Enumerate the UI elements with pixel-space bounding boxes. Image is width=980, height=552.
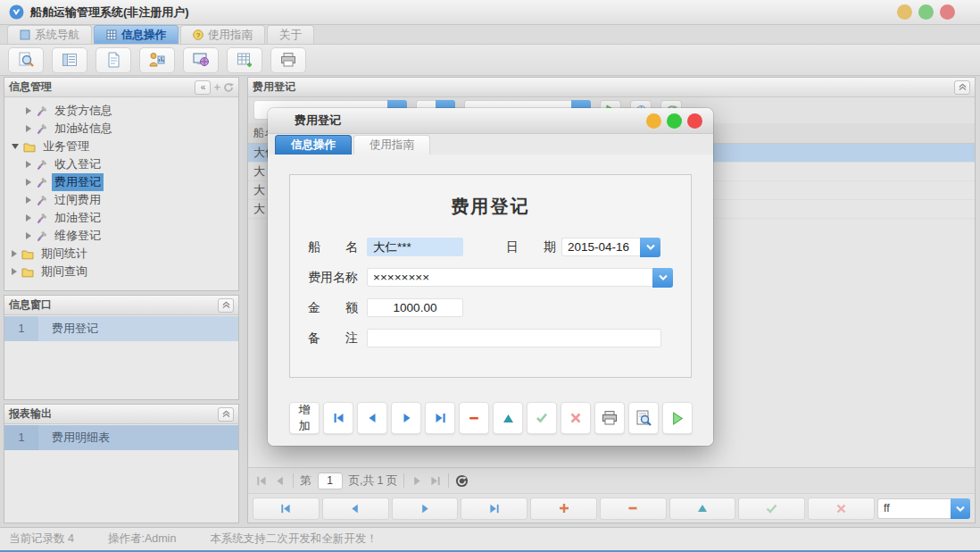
tree-label: 期间查询 [38, 263, 90, 280]
info-window-item[interactable]: 1 费用登记 [4, 316, 238, 341]
amount-input[interactable] [367, 298, 463, 317]
expand-arrow-icon[interactable] [26, 232, 31, 239]
expand-arrow-icon[interactable] [12, 268, 17, 275]
search-document-icon[interactable] [8, 47, 44, 73]
preview-button[interactable] [628, 402, 659, 434]
delete-record-button[interactable] [459, 402, 489, 434]
expand-arrow-icon[interactable] [26, 197, 31, 204]
note-input[interactable] [367, 329, 661, 347]
next-record-button[interactable] [391, 402, 421, 434]
page-number-input[interactable] [318, 473, 343, 489]
tab-about[interactable]: 关于 [267, 25, 314, 44]
fee-name-combobox[interactable] [367, 268, 673, 288]
expand-arrow-icon[interactable] [26, 179, 31, 186]
table-list-icon[interactable] [52, 47, 87, 73]
tab-label: 关于 [279, 28, 302, 43]
record-confirm-button[interactable] [738, 498, 805, 520]
footer-combobox[interactable] [877, 498, 970, 519]
print-button[interactable] [594, 402, 625, 434]
collapse-left-icon[interactable]: « [195, 80, 211, 95]
refresh-grid-icon[interactable] [455, 474, 469, 488]
collapse-arrow-icon[interactable] [12, 144, 19, 149]
table-add-icon[interactable] [227, 47, 262, 73]
record-first-button[interactable] [253, 498, 320, 520]
collapse-up-icon[interactable] [218, 407, 234, 422]
tab-user-guide[interactable]: ? 使用指南 [180, 25, 265, 44]
cancel-record-button[interactable] [561, 402, 591, 434]
expand-arrow-icon[interactable] [26, 107, 31, 114]
page-prev-icon[interactable] [274, 475, 287, 487]
record-edit-button[interactable] [669, 498, 736, 520]
user-chart-icon[interactable] [139, 47, 175, 73]
record-prev-button[interactable] [322, 498, 389, 520]
tree-item-business-management[interactable]: 业务管理 [4, 138, 238, 155]
amount-label: 金 额 [308, 300, 367, 316]
collapse-up-icon[interactable] [218, 298, 234, 313]
tree-item-period-statistics[interactable]: 期间统计 [4, 245, 238, 263]
folder-icon [21, 248, 34, 260]
last-record-button[interactable] [425, 402, 455, 434]
add-icon[interactable]: + [213, 81, 220, 93]
expand-arrow-icon[interactable] [12, 250, 17, 257]
tree-item-expense-register[interactable]: 费用登记 [4, 173, 238, 191]
tree-item-lock-fee[interactable]: 过闸费用 [4, 191, 238, 209]
document-icon[interactable] [96, 47, 131, 73]
chevron-down-icon[interactable] [951, 498, 970, 519]
dialog-close-button[interactable] [687, 113, 702, 129]
tree-item-fuel-station-info[interactable]: 加油站信息 [4, 120, 238, 138]
nav-first-icon [279, 503, 292, 514]
save-record-button[interactable] [527, 402, 557, 434]
record-next-button[interactable] [392, 498, 459, 520]
record-cancel-button[interactable] [808, 498, 875, 520]
document-glyph [104, 51, 122, 69]
monitor-globe-icon[interactable] [183, 47, 219, 73]
collapse-up-icon[interactable] [954, 80, 970, 95]
separator [403, 473, 404, 488]
date-combobox[interactable] [561, 238, 660, 257]
tree-item-shipper-info[interactable]: 发货方信息 [4, 102, 238, 120]
edit-record-button[interactable] [493, 402, 523, 434]
dialog-minimize-button[interactable] [646, 113, 661, 129]
tree-item-refuel-register[interactable]: 加油登记 [4, 209, 238, 227]
record-last-button[interactable] [461, 498, 527, 520]
printer-icon[interactable] [270, 47, 306, 73]
tree-label: 加油站信息 [52, 120, 115, 138]
tree-item-repair-register[interactable]: 维修登记 [4, 227, 238, 245]
prev-record-button[interactable] [357, 402, 387, 434]
tree-item-period-query[interactable]: 期间查询 [4, 263, 238, 280]
dialog-maximize-button[interactable] [667, 113, 682, 129]
footer-combo-input[interactable] [877, 498, 951, 519]
expand-arrow-icon[interactable] [26, 125, 31, 132]
monitor-icon [20, 29, 30, 40]
page-last-icon[interactable] [429, 475, 442, 487]
record-count-label: 当前记录数 4 [9, 531, 74, 547]
report-output-item[interactable]: 1 费用明细表 [4, 425, 238, 450]
chevron-down-icon[interactable] [640, 238, 660, 257]
add-record-button[interactable]: 增加 [289, 402, 320, 434]
chevron-down-icon[interactable] [652, 268, 673, 288]
page-first-icon[interactable] [255, 475, 268, 487]
nav-next-icon [400, 412, 413, 424]
page-next-icon[interactable] [411, 475, 423, 487]
tab-info-operation[interactable]: 信息操作 [94, 25, 179, 44]
tree-label: 收入登记 [52, 155, 104, 173]
refresh-icon[interactable] [223, 82, 234, 93]
first-record-button[interactable] [323, 402, 353, 434]
expand-arrow-icon[interactable] [26, 214, 31, 222]
execute-button[interactable] [662, 402, 693, 434]
date-input[interactable] [561, 238, 640, 256]
fee-name-input[interactable] [367, 268, 652, 287]
record-remove-button[interactable] [600, 498, 667, 520]
maximize-button[interactable] [918, 4, 934, 20]
tree-item-income-register[interactable]: 收入登记 [4, 155, 238, 173]
tab-system-nav[interactable]: 系统导航 [7, 25, 92, 44]
ship-name-input[interactable] [367, 238, 463, 256]
close-button[interactable] [940, 4, 955, 20]
expand-arrow-icon[interactable] [26, 161, 31, 168]
application-window: 船舶运输管理系统(非注册用户) 系统导航 信息操作 ? 使用指南 关于 [0, 0, 980, 552]
minimize-button[interactable] [897, 4, 912, 20]
row-number: 1 [4, 425, 38, 450]
dialog-tab-info-operation[interactable]: 信息操作 [275, 135, 352, 155]
dialog-tab-user-guide[interactable]: 使用指南 [353, 135, 430, 155]
record-add-button[interactable] [530, 498, 597, 520]
